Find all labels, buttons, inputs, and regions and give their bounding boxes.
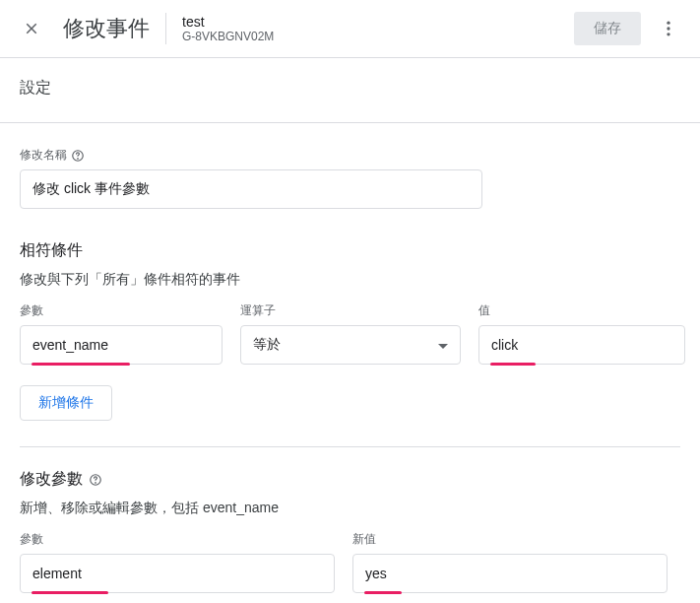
condition-operator-select[interactable]: 等於 xyxy=(240,325,461,365)
label-text: 修改名稱 xyxy=(20,147,67,164)
operator-select-wrapper: 等於 xyxy=(240,325,461,365)
svg-point-0 xyxy=(667,22,669,25)
save-button[interactable]: 儲存 xyxy=(574,12,641,45)
svg-point-2 xyxy=(667,33,669,35)
condition-value-input[interactable] xyxy=(478,325,685,365)
conditions-section: 相符條件 修改與下列「所有」條件相符的事件 參數 運算子 等於 xyxy=(20,240,680,421)
condition-operator-field: 運算子 等於 xyxy=(240,302,461,366)
more-vert-icon[interactable] xyxy=(657,17,680,40)
condition-param-input[interactable] xyxy=(20,325,223,365)
modify-param-label: 參數 xyxy=(20,531,335,548)
modify-newvalue-label: 新值 xyxy=(352,531,668,548)
add-condition-button[interactable]: 新增條件 xyxy=(20,385,112,421)
condition-row: 參數 運算子 等於 值 xyxy=(20,302,680,366)
svg-point-6 xyxy=(95,482,96,483)
modification-name-input[interactable] xyxy=(20,169,482,209)
modify-value-input[interactable] xyxy=(352,554,668,593)
conditions-title: 相符條件 xyxy=(20,240,680,261)
modify-row: 參數 新值 xyxy=(20,531,680,594)
modify-title: 修改參數 xyxy=(20,469,680,490)
param-label: 參數 xyxy=(20,302,223,319)
operator-label: 運算子 xyxy=(240,302,461,319)
content: 設定 修改名稱 相符條件 修改與下列「所有」條件相符的事件 參數 運算子 等於 xyxy=(0,58,700,603)
divider xyxy=(165,13,166,44)
modify-description: 新增、移除或編輯參數，包括 event_name xyxy=(20,500,680,517)
condition-value-field: 值 xyxy=(478,302,685,366)
modify-title-text: 修改參數 xyxy=(20,469,83,490)
modify-param-input[interactable] xyxy=(20,554,335,593)
operator-value: 等於 xyxy=(253,336,281,354)
property-id: G-8VKBGNV02M xyxy=(182,30,274,43)
section-title-settings: 設定 xyxy=(20,78,680,99)
help-icon[interactable] xyxy=(89,473,102,487)
modify-section: 修改參數 新增、移除或編輯參數，包括 event_name 參數 新值 xyxy=(20,469,680,594)
modify-value-field: 新值 xyxy=(352,531,668,594)
property-info: test G-8VKBGNV02M xyxy=(182,14,274,43)
highlight xyxy=(364,591,402,594)
modify-param-field: 參數 xyxy=(20,531,335,594)
value-label: 值 xyxy=(478,302,685,319)
field-label-name: 修改名稱 xyxy=(20,147,680,164)
header: 修改事件 test G-8VKBGNV02M 儲存 xyxy=(0,0,700,58)
conditions-description: 修改與下列「所有」條件相符的事件 xyxy=(20,271,680,289)
divider xyxy=(0,122,700,123)
help-icon[interactable] xyxy=(71,149,85,163)
svg-point-4 xyxy=(78,158,79,159)
divider xyxy=(20,446,680,447)
svg-point-1 xyxy=(667,27,669,30)
chevron-down-icon xyxy=(438,337,448,353)
close-icon[interactable] xyxy=(20,17,43,40)
highlight xyxy=(490,363,536,366)
highlight xyxy=(32,591,108,594)
condition-param-field: 參數 xyxy=(20,302,223,366)
highlight xyxy=(32,363,130,366)
property-name: test xyxy=(182,14,274,30)
header-actions: 儲存 xyxy=(574,12,680,45)
page-title: 修改事件 xyxy=(63,14,150,43)
